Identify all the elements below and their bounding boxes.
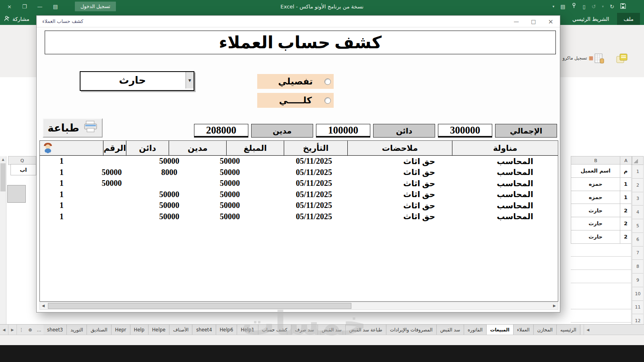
tab-file[interactable]: ملف <box>617 13 640 25</box>
customer-number-cell[interactable]: 1 <box>620 178 631 191</box>
sheet-tab[interactable]: Helpe <box>149 325 169 335</box>
cell-amount: 50000 <box>198 189 262 200</box>
sheet-tab[interactable]: سد صرف <box>291 325 318 335</box>
row-number[interactable]: 4 <box>632 206 644 219</box>
journal-icon[interactable]: ▤ <box>560 4 565 10</box>
row-number[interactable]: 2 <box>632 179 644 192</box>
form-maximize-icon[interactable]: □ <box>531 19 536 25</box>
customer-name-cell[interactable]: اسم العميل <box>571 165 620 178</box>
column-header-b[interactable]: B <box>571 156 621 165</box>
sheet-tab[interactable]: sheet4 <box>192 325 216 335</box>
touch-mode-icon[interactable] <box>572 3 577 10</box>
print-button[interactable]: طباعة <box>43 118 103 138</box>
sheet-tab[interactable]: سد القبض <box>437 325 464 335</box>
table-row[interactable]: المحاسب حق اثاث 05/11/2025 50000 50000 1 <box>40 211 558 222</box>
table-row[interactable]: المحاسب حق اثاث 05/11/2025 50000 50000 1 <box>40 200 558 211</box>
radio-detailed-circle-icon[interactable] <box>324 78 331 85</box>
customer-name-cell[interactable]: حارث <box>571 217 620 230</box>
table-row[interactable]: المحاسب حق اثاث 05/11/2025 50000 50000 1 <box>40 178 558 189</box>
column-header-q[interactable]: Q <box>8 156 36 165</box>
undo-menu-icon[interactable]: ▾ <box>602 4 604 8</box>
save-icon[interactable] <box>620 3 626 10</box>
share-button[interactable]: مشاركة <box>4 13 29 25</box>
customer-number-cell[interactable]: م <box>620 165 631 178</box>
table-row[interactable]: المحاسب حق اثاث 05/11/2025 50000 50000 1 <box>40 156 558 167</box>
radio-detailed[interactable]: تفصيلي <box>257 74 334 89</box>
tab-scroll-right-icon[interactable]: ▶ <box>8 325 17 335</box>
sheet-tab[interactable]: المصروفات والإيرادات <box>386 325 437 335</box>
form-close-icon[interactable]: × <box>548 18 553 25</box>
radio-total[interactable]: كلـــــي <box>257 93 334 108</box>
scroll-left-icon[interactable]: ◀ <box>40 302 47 309</box>
cell-ab[interactable]: اب <box>10 164 36 175</box>
table-row[interactable]: المحاسب حق اثاث 05/11/2025 50000 8000 50… <box>40 167 558 178</box>
tab-home[interactable]: الشريط الرئيسي <box>566 13 615 25</box>
sheet-tab[interactable]: الرئيسيه <box>557 325 580 335</box>
new-file-icon[interactable]: ▯ <box>583 4 586 10</box>
scroll-right-icon[interactable]: ▶ <box>551 302 558 309</box>
sheet-tab[interactable]: التوريد <box>67 325 87 335</box>
form-horizontal-scrollbar[interactable]: ◀ ▶ <box>39 302 558 310</box>
sheet-tab[interactable]: sheet3 <box>43 325 67 335</box>
customer-number-cell[interactable]: 2 <box>620 217 631 230</box>
sheet-tab[interactable]: كشف حساب <box>258 325 291 335</box>
sheet-tab[interactable]: Hepr <box>111 325 130 335</box>
sheet-tab[interactable]: Help <box>130 325 149 335</box>
customer-name-cell[interactable]: حارث <box>571 204 620 217</box>
row-number[interactable]: 8 <box>632 260 644 274</box>
sheet-tab[interactable]: المخازن <box>534 325 557 335</box>
sheet-tab[interactable]: الفاتوره <box>464 325 487 335</box>
sheet-tab[interactable]: سد القبض <box>318 325 345 335</box>
row-number[interactable]: 9 <box>632 274 644 287</box>
sheet-tab-label: Help6 <box>220 327 233 333</box>
row-number[interactable]: 10 <box>632 287 644 301</box>
row-number[interactable]: 6 <box>632 233 644 247</box>
sheet-tab[interactable]: طباعة سد القبض <box>346 325 386 335</box>
radio-total-circle-icon[interactable] <box>324 97 331 104</box>
sheet-tab[interactable]: Help6 <box>216 325 237 335</box>
cell-debit <box>140 178 198 189</box>
tab-options-icon[interactable]: ⋮ <box>17 325 26 335</box>
customize-qat-icon[interactable]: ▾ <box>553 4 555 8</box>
customer-number-cell[interactable]: 2 <box>620 204 631 217</box>
tab-overflow[interactable]: ... <box>35 325 43 335</box>
row-number[interactable]: 7 <box>632 247 644 260</box>
record-macro-button[interactable]: ▦ تسجيل ماكرو <box>559 54 593 62</box>
tab-scroll-end-icon[interactable]: ◀ <box>584 325 592 335</box>
customer-name-cell[interactable]: حمزه <box>571 191 620 204</box>
row-number[interactable]: 5 <box>632 219 644 233</box>
customer-number-cell[interactable]: 2 <box>620 230 631 244</box>
sheet-tab-label: المخازن <box>537 327 553 333</box>
sheet-tab[interactable]: Help1 <box>237 325 258 335</box>
undo-icon[interactable]: ↺ <box>592 4 596 10</box>
row-number[interactable]: 1 <box>632 165 644 179</box>
vertical-scroll-thumb[interactable] <box>0 163 6 191</box>
form-minimize-icon[interactable]: — <box>514 19 519 25</box>
row-number[interactable]: 3 <box>632 192 644 206</box>
sheet-tab-label: التوريد <box>70 327 83 333</box>
row-number[interactable]: 11 <box>632 301 644 315</box>
sheet-tab[interactable]: الصناديق <box>87 325 111 335</box>
table-row[interactable]: المحاسب حق اثاث 05/11/2025 50000 50000 1 <box>40 189 558 200</box>
tab-scroll-left-icon[interactable]: ◀ <box>0 325 8 335</box>
column-header-a[interactable]: A <box>620 156 632 165</box>
form-title-bar[interactable]: كشف حساب العملاء — □ × <box>37 16 560 27</box>
new-sheet-icon[interactable]: ⊕ <box>26 325 35 335</box>
sheet-row: حارث 2 <box>571 230 631 244</box>
customer-name-cell[interactable]: حمزه <box>571 178 620 191</box>
sheet-shape[interactable] <box>7 185 26 203</box>
combobox-dropdown-icon[interactable]: ▼ <box>186 72 194 88</box>
customer-combobox[interactable]: حارث ▼ <box>80 71 194 91</box>
customer-name-cell[interactable]: حارث <box>571 230 620 244</box>
horizontal-scroll-thumb[interactable] <box>48 303 351 309</box>
customer-number-cell[interactable]: 1 <box>620 191 631 204</box>
redo-icon[interactable]: ↻ <box>610 4 614 10</box>
select-all-corner[interactable] <box>632 156 644 165</box>
sheet-tab-label: طباعة سد القبض <box>349 327 382 333</box>
cell-number: 1 <box>40 211 83 222</box>
sheet-tab[interactable]: المبيعات <box>487 325 514 335</box>
scroll-up-icon[interactable]: ▲ <box>0 156 6 162</box>
table-header-cell: الرقم <box>103 141 126 155</box>
sheet-tab[interactable]: الأصناف <box>169 325 192 335</box>
sheet-tab[interactable]: العملاء <box>514 325 534 335</box>
